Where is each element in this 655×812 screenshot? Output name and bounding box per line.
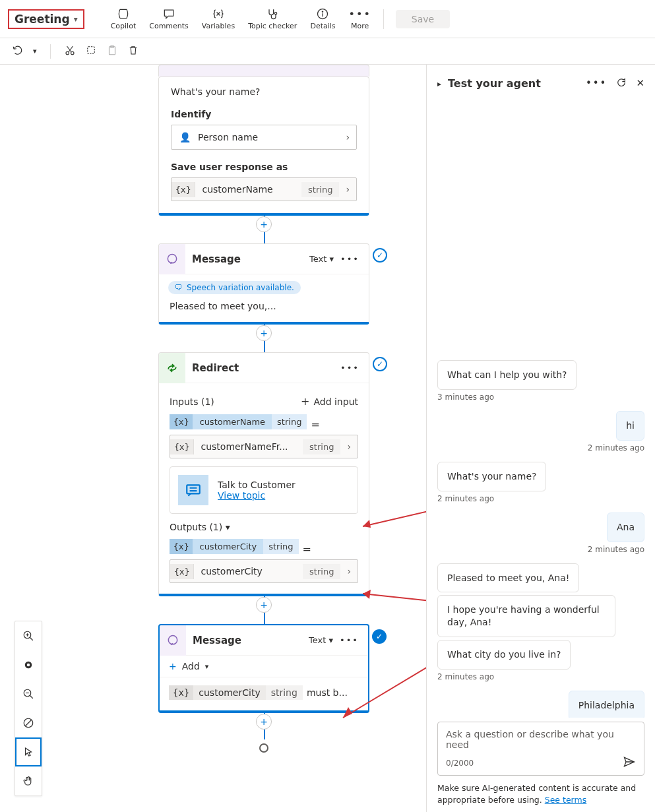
var-icon: {x}	[170, 564, 194, 579]
svg-line-14	[363, 594, 427, 613]
view-topic-link[interactable]: View topic	[218, 490, 265, 501]
add-node-button[interactable]: +	[256, 325, 272, 341]
svg-point-23	[27, 664, 30, 667]
save-button: Save	[396, 10, 450, 28]
topic-icon	[178, 475, 208, 505]
test-panel-title: Test your agent	[448, 77, 579, 90]
outputs-label[interactable]: Outputs (1) ▾	[170, 522, 230, 532]
select-tool-button[interactable]	[15, 737, 42, 766]
question-node[interactable]: What's your name? Identify 👤Person name …	[158, 77, 369, 216]
pan-tool-button[interactable]	[15, 766, 42, 796]
svg-point-0	[275, 13, 277, 15]
refresh-button[interactable]	[616, 77, 627, 90]
chevron-right-icon: ›	[340, 566, 358, 577]
svg-point-11	[168, 635, 177, 644]
save-as-field[interactable]: {x} customerName string ›	[171, 177, 357, 201]
timestamp: 2 minutes ago	[437, 494, 494, 503]
undo-dropdown[interactable]: ▾	[33, 47, 37, 55]
variable-tag: {x}customerCitystring	[169, 685, 303, 700]
bot-message: What can I help you with?	[437, 360, 577, 390]
zoom-in-button[interactable]	[15, 621, 42, 650]
add-node-button[interactable]: +	[256, 216, 272, 232]
collapse-panel-button[interactable]: ▸	[437, 79, 441, 88]
chevron-right-icon: ›	[339, 184, 356, 195]
close-panel-button[interactable]: ✕	[636, 77, 644, 90]
identify-field[interactable]: 👤Person name ›	[171, 125, 357, 150]
output-value-field[interactable]: {x} customerCity string ›	[170, 559, 358, 583]
copilot-button[interactable]: Copilot	[111, 7, 137, 30]
chat-placeholder: Ask a question or describe what you need	[446, 729, 636, 755]
save-as-label: Save user response as	[171, 162, 357, 172]
speech-variation-pill[interactable]: 🗨Speech variation available.	[168, 281, 301, 294]
message-body: Pleased to meet you,...	[159, 298, 369, 322]
topic-name-text: Greeting	[15, 13, 70, 26]
node-more-button[interactable]: •••	[340, 363, 359, 373]
fit-button[interactable]	[15, 650, 42, 679]
message-type-dropdown[interactable]: Text ▾	[309, 254, 334, 264]
disclaimer-text: Make sure AI-generated content is accura…	[427, 781, 655, 812]
message-node[interactable]: ✓ Message Text ▾ ••• 🗨Speech variation a…	[158, 243, 369, 325]
bot-message: I hope you're having a wonderful day, An…	[437, 595, 615, 637]
question-prompt: What's your name?	[171, 86, 357, 97]
svg-rect-10	[187, 485, 200, 493]
variables-button[interactable]: Variables	[202, 7, 235, 30]
message-node-2[interactable]: ✓ Message Text ▾ ••• +Add▾ {x}customerCi…	[158, 624, 369, 713]
zoom-out-button[interactable]	[15, 679, 42, 708]
chevron-down-icon: ▾	[74, 15, 78, 24]
message-type-dropdown[interactable]: Text ▾	[309, 635, 333, 645]
stethoscope-icon	[266, 7, 279, 20]
svg-line-19	[30, 637, 33, 640]
send-button[interactable]	[623, 755, 636, 771]
add-node-button[interactable]: +	[256, 597, 272, 613]
inputs-label: Inputs (1)	[170, 396, 214, 407]
input-value-field[interactable]: {x} customerNameFr... string ›	[170, 435, 358, 458]
copy-button[interactable]	[85, 44, 97, 59]
add-input-button[interactable]: +Add input	[301, 395, 358, 408]
topic-checker-button[interactable]: Topic checker	[248, 7, 297, 30]
undo-button[interactable]	[12, 44, 24, 59]
node-more-button[interactable]: •••	[340, 254, 359, 264]
timestamp: 2 minutes ago	[588, 443, 644, 453]
message-icon	[159, 244, 185, 274]
paste-button[interactable]	[106, 44, 118, 59]
more-button[interactable]: ••• More	[349, 8, 371, 30]
bot-message: What's your name?	[437, 462, 546, 491]
end-node-icon	[259, 743, 268, 753]
reset-view-button[interactable]	[15, 708, 42, 737]
panel-more-button[interactable]: •••	[586, 77, 608, 90]
svg-line-12	[363, 507, 427, 526]
details-button[interactable]: Details	[310, 7, 335, 30]
status-check-icon: ✓	[372, 629, 387, 644]
svg-point-3	[323, 11, 323, 12]
redirect-icon	[159, 353, 185, 383]
timestamp: 2 minutes ago	[588, 545, 644, 554]
variables-icon	[212, 7, 225, 20]
cut-button[interactable]	[64, 44, 76, 59]
add-node-button[interactable]: +	[256, 714, 272, 730]
chevron-right-icon: ›	[340, 441, 358, 452]
person-icon: 👤	[178, 132, 191, 142]
status-check-icon: ✓	[373, 248, 387, 263]
node-more-button[interactable]: •••	[340, 635, 359, 645]
user-message: Ana	[607, 513, 644, 542]
chevron-right-icon: ›	[346, 132, 350, 142]
user-message: Philadelphia	[569, 691, 644, 718]
output-var-chip: {x}customerCitystring	[170, 539, 299, 554]
speech-icon: 🗨	[175, 283, 183, 292]
delete-button[interactable]	[127, 44, 139, 59]
chat-input[interactable]: Ask a question or describe what you need…	[437, 722, 644, 776]
svg-point-9	[168, 254, 176, 263]
see-terms-link[interactable]: See terms	[545, 795, 587, 805]
identify-label: Identify	[171, 109, 357, 119]
message-icon	[160, 625, 186, 656]
comments-button[interactable]: Comments	[149, 7, 189, 30]
topic-name-dropdown[interactable]: Greeting ▾	[8, 9, 84, 29]
redirect-node[interactable]: ✓ Redirect ••• Inputs (1) +Add input {x}…	[158, 352, 369, 596]
linked-topic-box: Talk to Customer View topic	[170, 466, 358, 514]
input-var-chip: {x}customerNamestring	[170, 414, 307, 429]
user-message: hi	[616, 411, 644, 441]
add-variation-button[interactable]: +Add▾	[160, 656, 368, 677]
char-counter: 0/2000	[446, 759, 474, 768]
bot-message: What city do you live in?	[437, 640, 571, 670]
linked-topic-title: Talk to Customer	[218, 480, 296, 490]
